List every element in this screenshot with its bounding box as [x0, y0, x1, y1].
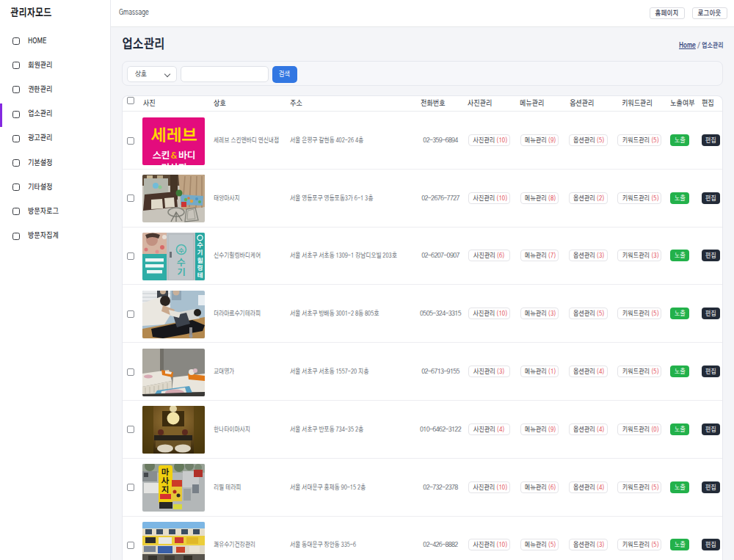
svg-text:마사지: 마사지: [161, 163, 186, 165]
svg-text:테: 테: [197, 272, 203, 279]
svg-text:수: 수: [197, 241, 203, 249]
svg-text:지: 지: [161, 485, 169, 494]
svg-text:마: 마: [161, 468, 169, 476]
svg-text:세레브: 세레브: [150, 127, 197, 144]
svg-text:스킨 & 바디: 스킨 & 바디: [152, 150, 195, 161]
svg-text:기: 기: [177, 267, 186, 277]
svg-text:사: 사: [161, 476, 169, 485]
svg-text:힐: 힐: [197, 257, 203, 264]
svg-text:수: 수: [177, 258, 186, 267]
svg-text:기: 기: [197, 249, 203, 256]
svg-text:수: 수: [178, 247, 184, 254]
svg-text:링: 링: [197, 264, 203, 272]
